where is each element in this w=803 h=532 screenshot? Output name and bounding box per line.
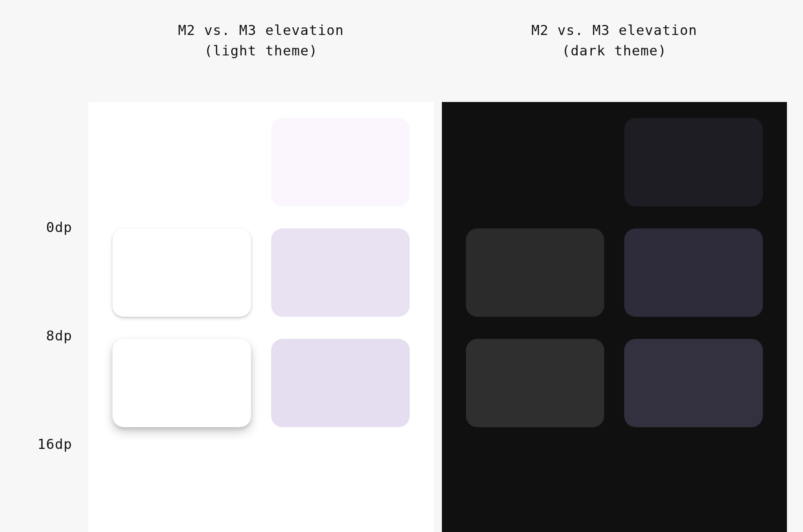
- light-row-16dp: [112, 339, 410, 427]
- dark-header-line1: M2 vs. M3 elevation: [442, 20, 787, 41]
- dark-m3-card-8dp: [624, 228, 763, 317]
- row-labels-column: 0dp 8dp 16dp: [16, 102, 80, 532]
- light-header-line1: M2 vs. M3 elevation: [88, 20, 434, 41]
- dark-m3-card-0dp: [624, 118, 763, 206]
- light-m2-card-16dp: [112, 339, 251, 427]
- elevation-comparison-diagram: M2 vs. M3 elevation (light theme) M2 vs.…: [16, 16, 787, 532]
- light-row-8dp: [112, 228, 410, 317]
- dark-row-0dp: [466, 118, 763, 206]
- dark-row-8dp: [466, 228, 763, 317]
- row-label-8dp: 8dp: [16, 287, 80, 385]
- dark-m2-card-16dp: [466, 339, 605, 427]
- dark-header-line2: (dark theme): [442, 41, 787, 61]
- light-theme-header: M2 vs. M3 elevation (light theme): [88, 16, 434, 102]
- row-label-0dp: 0dp: [16, 178, 80, 277]
- dark-m2-card-8dp: [466, 228, 605, 317]
- light-m2-card-8dp: [112, 228, 251, 317]
- dark-row-16dp: [466, 339, 763, 427]
- light-m3-card-0dp: [271, 118, 410, 206]
- row-label-16dp: 16dp: [16, 395, 80, 493]
- light-theme-panel: [88, 102, 434, 532]
- light-row-0dp: [112, 118, 410, 206]
- light-m3-card-8dp: [271, 228, 410, 317]
- light-header-line2: (light theme): [88, 41, 434, 61]
- dark-theme-panel: [442, 102, 787, 532]
- dark-theme-header: M2 vs. M3 elevation (dark theme): [442, 16, 787, 102]
- light-m3-card-16dp: [271, 339, 410, 427]
- dark-m3-card-16dp: [624, 339, 763, 427]
